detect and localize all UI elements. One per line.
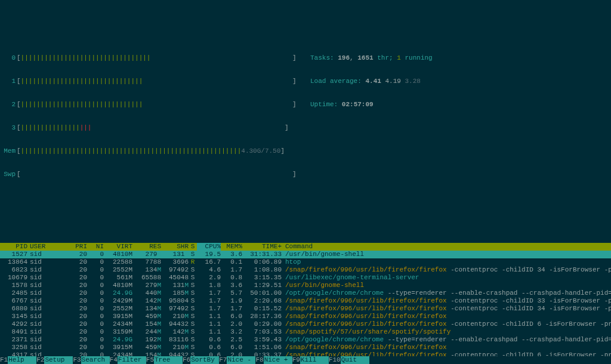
process-row[interactable]: 6880sid2002552M134M97492S1.71.70:15.52/s… xyxy=(0,305,611,313)
fkey-nice-[interactable]: Nice + xyxy=(264,356,292,364)
fkey-number: F3 xyxy=(73,356,81,364)
cpu1-label: 1 xyxy=(0,78,17,85)
cpu2-label: 2 xyxy=(0,101,17,109)
process-row[interactable]: 4292sid2002434M154M94432S1.12.00:29.00/s… xyxy=(0,320,611,328)
col-user[interactable]: USER xyxy=(27,243,69,251)
meters-area: 0[||||||||||||||||||||||||||||||||| ] 1[… xyxy=(0,39,611,202)
fkey-number: F6 xyxy=(183,356,190,364)
col-mem[interactable]: MEM% xyxy=(221,243,242,251)
process-row[interactable]: 3258sid2003915M459M210MS0.66.01:51.06/sn… xyxy=(0,344,611,351)
col-cmd[interactable]: Command xyxy=(282,243,611,251)
column-header-row[interactable]: PID USER PRI NI VIRT RES SHR S CPU% MEM%… xyxy=(0,243,611,251)
fkey-number: F9 xyxy=(292,356,300,364)
function-keys-bar[interactable]: F1HelpF2SetupF3SearchF4FilterF5TreeF6Sor… xyxy=(0,356,611,364)
process-table[interactable]: PID USER PRI NI VIRT RES SHR S CPU% MEM%… xyxy=(0,243,611,364)
swap-label: Swp xyxy=(0,171,17,178)
process-row[interactable]: 13864sid2002258877883696R16.70.10:06.89h… xyxy=(0,258,611,266)
fkey-filter[interactable]: Filter xyxy=(118,356,146,364)
col-pri[interactable]: PRI xyxy=(69,243,87,251)
fkey-number: F5 xyxy=(146,356,154,364)
fkey-setup[interactable]: Setup xyxy=(44,356,73,364)
col-shr[interactable]: SHR xyxy=(161,243,189,251)
cpu3-label: 3 xyxy=(0,124,17,132)
process-row[interactable]: 6823sid2002552M134M97492S4.61.71:08.80/s… xyxy=(0,266,611,274)
fkey-search[interactable]: Search xyxy=(81,356,110,364)
process-row[interactable]: 3145sid2003915M459M210MS1.16.028:17.36/s… xyxy=(0,313,611,320)
process-row[interactable]: 2371sid20024.9G192M83116S0.62.53:59.43/o… xyxy=(0,336,611,344)
col-res[interactable]: RES xyxy=(132,243,161,251)
process-row[interactable]: 1578sid2004810M279M131MS1.83.61:29.51/us… xyxy=(0,282,611,289)
mem-text: 4.30G/7.50 xyxy=(241,147,280,155)
col-virt[interactable]: VIRT xyxy=(104,243,132,251)
col-ni[interactable]: NI xyxy=(87,243,104,251)
fkey-number: F1 xyxy=(0,356,8,364)
process-row[interactable]: 6767sid2002429M142M95804S1.71.92:20.68/s… xyxy=(0,297,611,305)
process-row[interactable]: 8491sid2003159M244M142MS1.13.27:03.53/sn… xyxy=(0,328,611,336)
fkey-number: F7 xyxy=(219,356,227,364)
process-row[interactable]: 1527sid2004810M279M131MS19.53.631:31.33/… xyxy=(0,251,611,258)
fkey-number: F8 xyxy=(255,356,263,364)
process-row[interactable]: 10679sid200561M6558845048S2.90.83:15.35/… xyxy=(0,274,611,282)
col-cpu[interactable]: CPU% xyxy=(197,243,221,251)
fkey-number: F4 xyxy=(110,356,118,364)
fkey-nice-[interactable]: Nice - xyxy=(227,356,255,364)
fkey-number: F2 xyxy=(36,356,44,364)
col-pid[interactable]: PID xyxy=(0,243,27,251)
col-s[interactable]: S xyxy=(189,243,197,251)
header-stats: Tasks: 196, 1651 thr; 1 running Load ave… xyxy=(310,39,433,124)
fkey-tree[interactable]: Tree xyxy=(154,356,183,364)
fkey-help[interactable]: Help xyxy=(8,356,36,364)
fkey-quit[interactable]: Quit xyxy=(341,356,369,364)
cpu0-label: 0 xyxy=(0,54,17,62)
fkey-sortby[interactable]: SortBy xyxy=(190,356,219,364)
col-time[interactable]: TIME+ xyxy=(242,243,282,251)
fkey-number: F10 xyxy=(329,356,341,364)
process-row[interactable]: 2485sid20024.9G440M185MS1.75.750:01.00/o… xyxy=(0,289,611,297)
fkey-kill[interactable]: Kill xyxy=(300,356,329,364)
mem-label: Mem xyxy=(0,147,17,155)
